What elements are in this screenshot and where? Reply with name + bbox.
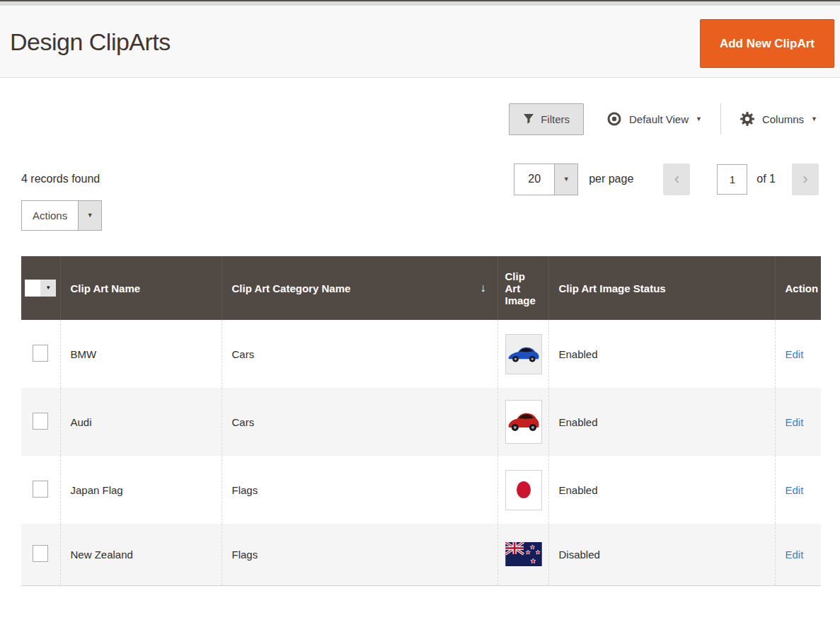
- chevron-down-icon: ▼: [78, 201, 101, 230]
- eye-icon: [606, 111, 622, 127]
- chevron-down-icon: ▼: [696, 116, 702, 122]
- new-zealand-flag-image: [505, 542, 542, 566]
- column-header-action: Action: [775, 256, 821, 320]
- clipart-status-cell: Disabled: [548, 524, 775, 585]
- japan-flag-image: [505, 470, 542, 510]
- column-header-category[interactable]: Clip Art Category Name ↓: [221, 256, 497, 320]
- pagination: 20 ▼ per page ‹ of 1 ›: [514, 163, 819, 195]
- view-switcher[interactable]: Default View ▼: [606, 111, 720, 127]
- cliparts-grid: ▼ Clip Art Name Clip Art Category Name ↓…: [21, 256, 821, 586]
- select-all-header: ▼: [21, 256, 60, 320]
- column-header-name[interactable]: Clip Art Name: [60, 256, 221, 320]
- clipart-category-cell: Cars: [221, 388, 497, 456]
- clipart-category-cell: Flags: [221, 456, 497, 524]
- edit-link[interactable]: Edit: [786, 484, 804, 496]
- clipart-action-cell: Edit: [775, 388, 821, 456]
- top-border-strip: [0, 0, 840, 6]
- clipart-image-cell: [497, 456, 548, 524]
- grid-toolbar: Filters Default View ▼: [21, 103, 819, 135]
- clipart-action-cell: Edit: [775, 320, 821, 388]
- column-header-image[interactable]: Clip Art Image: [497, 256, 548, 320]
- row-select-cell: [21, 456, 60, 524]
- per-page-select[interactable]: 20 ▼: [514, 163, 578, 195]
- edit-link[interactable]: Edit: [786, 348, 804, 360]
- row-checkbox[interactable]: [33, 545, 48, 562]
- filter-funnel-icon: [523, 113, 534, 125]
- chevron-down-icon: ▼: [554, 164, 577, 195]
- columns-control[interactable]: Columns ▼: [721, 111, 817, 127]
- grid-header-row: ▼ Clip Art Name Clip Art Category Name ↓…: [21, 256, 821, 320]
- clipart-category-cell: Cars: [221, 320, 497, 388]
- clipart-category-cell: Flags: [221, 524, 497, 585]
- row-select-cell: [21, 388, 60, 456]
- clipart-name-cell: Audi: [60, 388, 221, 456]
- row-checkbox[interactable]: [33, 481, 48, 498]
- row-checkbox[interactable]: [33, 345, 48, 362]
- actions-dropdown[interactable]: Actions ▼: [21, 200, 102, 231]
- table-row: Japan Flag Flags Enabled Edit: [21, 456, 821, 524]
- table-row: BMW Cars Enabled Edit: [21, 320, 821, 388]
- red-car-image: [505, 400, 542, 444]
- records-row: 4 records found 20 ▼ per page ‹ of 1 ›: [21, 162, 819, 196]
- clipart-image-cell: [497, 388, 548, 456]
- row-checkbox[interactable]: [33, 413, 48, 430]
- chevron-down-icon: ▼: [40, 280, 56, 297]
- clipart-name-cell: BMW: [60, 320, 221, 388]
- actions-label: Actions: [22, 201, 78, 230]
- clipart-image-cell: [497, 524, 548, 585]
- page-header: Design ClipArts Add New ClipArt: [0, 6, 840, 78]
- clipart-status-cell: Enabled: [548, 320, 775, 388]
- select-all-control[interactable]: ▼: [25, 280, 56, 297]
- table-row: Audi Cars Enabled Edit: [21, 388, 821, 456]
- clipart-action-cell: Edit: [775, 524, 821, 585]
- table-row: New Zealand Flags: [21, 524, 821, 585]
- clipart-action-cell: Edit: [775, 456, 821, 524]
- filters-label: Filters: [541, 113, 570, 125]
- per-page-value: 20: [514, 164, 554, 195]
- total-pages-label: of 1: [756, 173, 776, 185]
- view-label: Default View: [629, 113, 689, 125]
- row-select-cell: [21, 524, 60, 585]
- edit-link[interactable]: Edit: [786, 549, 804, 561]
- row-select-cell: [21, 320, 60, 388]
- next-page-button[interactable]: ›: [792, 163, 819, 195]
- column-header-status[interactable]: Clip Art Image Status: [548, 256, 775, 320]
- actions-row: Actions ▼: [21, 200, 819, 231]
- select-all-checkbox[interactable]: [25, 280, 40, 297]
- page-number-input[interactable]: [717, 164, 747, 195]
- clipart-status-cell: Enabled: [548, 456, 775, 524]
- add-new-clipart-button[interactable]: Add New ClipArt: [700, 19, 834, 68]
- blue-car-image: [505, 334, 542, 374]
- clipart-name-cell: Japan Flag: [60, 456, 221, 524]
- gear-icon: [740, 111, 755, 127]
- cliparts-table-body: BMW Cars Enabled Edit Audi Cars: [21, 320, 821, 585]
- columns-label: Columns: [762, 113, 804, 125]
- per-page-label: per page: [589, 173, 633, 185]
- filters-button[interactable]: Filters: [509, 103, 584, 135]
- clipart-status-cell: Enabled: [548, 388, 775, 456]
- records-found-text: 4 records found: [21, 173, 100, 185]
- page-title: Design ClipArts: [10, 28, 171, 55]
- previous-page-button[interactable]: ‹: [663, 163, 690, 195]
- sort-descending-icon: ↓: [481, 282, 488, 294]
- clipart-image-cell: [497, 320, 548, 388]
- edit-link[interactable]: Edit: [786, 416, 804, 428]
- chevron-down-icon: ▼: [811, 116, 817, 122]
- clipart-name-cell: New Zealand: [60, 524, 221, 585]
